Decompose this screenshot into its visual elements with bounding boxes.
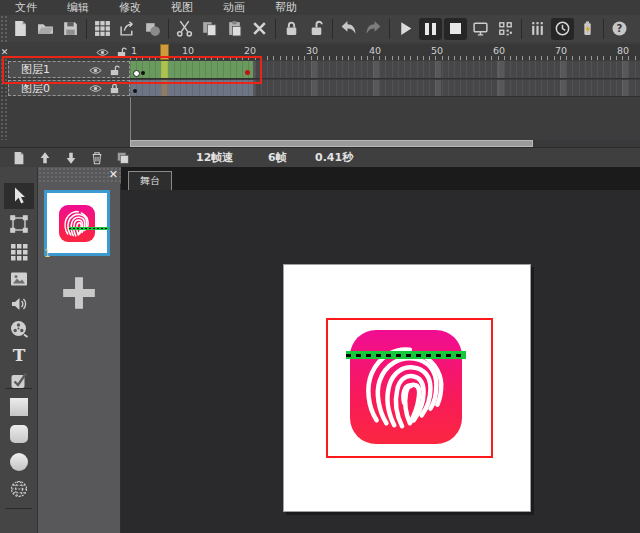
unlock-button[interactable]: [304, 17, 329, 41]
move-layer-up-button[interactable]: [32, 149, 58, 167]
undo-button[interactable]: [336, 17, 361, 41]
playhead-line: [161, 80, 168, 96]
paste-button[interactable]: [222, 17, 247, 41]
properties-button[interactable]: [525, 17, 550, 41]
layer-0-frames[interactable]: [130, 80, 640, 97]
visibility-column-icon[interactable]: [96, 47, 109, 58]
delete-button[interactable]: [247, 17, 272, 41]
symbols-panel-header[interactable]: ✕: [38, 167, 121, 184]
pause-button[interactable]: [419, 18, 442, 40]
time-button[interactable]: [551, 18, 574, 40]
menu-view[interactable]: 视图: [156, 0, 208, 15]
move-layer-down-button[interactable]: [58, 149, 84, 167]
save-button[interactable]: [58, 17, 83, 41]
new-file-button[interactable]: [8, 17, 33, 41]
toolbar-separator: [275, 19, 276, 39]
menu-file[interactable]: 文件: [0, 0, 52, 15]
layer-0-span[interactable]: [130, 80, 253, 96]
ruler-number: 60: [493, 45, 505, 56]
checkbox-tool[interactable]: [4, 367, 34, 393]
timeline-bottom-bar: 12帧速 6帧 0.41秒: [0, 147, 640, 168]
transform-tool[interactable]: [4, 211, 34, 237]
timeline-hscrollbar[interactable]: [130, 140, 640, 147]
timeline-grip[interactable]: [0, 58, 8, 140]
ellipse-tool[interactable]: [4, 449, 34, 475]
copy-button[interactable]: [197, 17, 222, 41]
toolbar-grip[interactable]: [0, 15, 8, 42]
new-file-icon: [12, 20, 29, 37]
library-tiles-tool[interactable]: [4, 239, 34, 265]
rectangle-shape-tool[interactable]: [4, 394, 34, 420]
tab-stage[interactable]: 舞台: [128, 171, 172, 190]
layer-1-visibility-icon[interactable]: [89, 65, 102, 76]
help-icon: ?: [611, 20, 628, 37]
layer-0-visibility-icon[interactable]: [89, 83, 102, 94]
audio-tool[interactable]: [4, 291, 34, 317]
export-button[interactable]: [115, 17, 140, 41]
ruler-number: 1: [131, 45, 137, 56]
menu-modify[interactable]: 修改: [104, 0, 156, 15]
stop-button[interactable]: [444, 18, 467, 40]
rounded-square-icon: [10, 425, 28, 443]
toolbar-separator: [168, 19, 169, 39]
layer-row-0[interactable]: 图层0: [8, 80, 130, 96]
selection-tool[interactable]: [4, 183, 34, 209]
new-layer-button[interactable]: [6, 149, 32, 167]
tiles-grid-icon: [94, 20, 111, 37]
symbols-panel: 1: [38, 184, 121, 533]
undo-icon: [340, 20, 357, 37]
layer-1-unlock-icon[interactable]: [108, 65, 121, 76]
menu-animation[interactable]: 动画: [208, 0, 260, 15]
preview-monitor-button[interactable]: [468, 17, 493, 41]
play-button[interactable]: [393, 17, 418, 41]
scan-line-selection[interactable]: [346, 351, 466, 359]
cursor-arrow-icon: [9, 186, 29, 206]
keyframe-hollow[interactable]: [133, 70, 140, 77]
qr-code-button[interactable]: [493, 17, 518, 41]
layer-0-lock-icon[interactable]: [108, 83, 121, 94]
layer-1-frames[interactable]: [130, 61, 640, 79]
playhead[interactable]: [160, 44, 169, 60]
shapes-button[interactable]: [140, 17, 165, 41]
keyframe[interactable]: [133, 89, 137, 93]
open-folder-icon: [37, 20, 54, 37]
rounded-rectangle-tool[interactable]: [4, 421, 34, 447]
menu-edit[interactable]: 编辑: [52, 0, 104, 15]
monitor-icon: [472, 20, 489, 37]
lock-button[interactable]: [279, 17, 304, 41]
svg-text:?: ?: [617, 23, 623, 34]
paste-icon: [226, 20, 243, 37]
menu-help[interactable]: 帮助: [260, 0, 312, 15]
web-tool[interactable]: [4, 476, 34, 502]
timeline-panel: ✕ 1 10 20 30 40 50 60 70 80 图层1: [0, 42, 640, 168]
arrow-up-icon: [38, 151, 52, 165]
image-tool[interactable]: [4, 266, 34, 292]
layer-row-1[interactable]: 图层1: [8, 61, 130, 78]
add-symbol-button[interactable]: [54, 268, 104, 318]
ruler-number: 10: [182, 45, 194, 56]
text-tool[interactable]: T: [4, 342, 34, 368]
help-button[interactable]: ?: [607, 17, 632, 41]
keyframe-end[interactable]: [245, 70, 250, 75]
movie-tool[interactable]: [4, 316, 34, 342]
timeline-divider[interactable]: [130, 97, 131, 140]
symbol-thumbnail-selected[interactable]: 1: [44, 190, 110, 256]
symbols-panel-close-button[interactable]: ✕: [109, 169, 118, 181]
lock-column-icon[interactable]: [115, 47, 128, 58]
timeline-hscrollbar-thumb[interactable]: [130, 140, 533, 147]
battery-button[interactable]: [575, 17, 600, 41]
tiles-button[interactable]: [90, 17, 115, 41]
redo-button[interactable]: [361, 17, 386, 41]
keyframe[interactable]: [141, 71, 145, 75]
frame-ruler[interactable]: 1 10 20 30 40 50 60 70 80: [130, 44, 640, 60]
layer-1-tween-span[interactable]: [130, 61, 253, 78]
columns-icon: [529, 20, 546, 37]
main-toolbar: ?: [0, 15, 640, 43]
delete-layer-button[interactable]: [84, 149, 110, 167]
thumbnail-index-label: 1: [44, 248, 50, 259]
open-file-button[interactable]: [33, 17, 58, 41]
shapes-icon: [144, 20, 161, 37]
duplicate-layer-button[interactable]: [110, 149, 136, 167]
object-selection-rectangle[interactable]: [326, 318, 493, 458]
cut-button[interactable]: [172, 17, 197, 41]
